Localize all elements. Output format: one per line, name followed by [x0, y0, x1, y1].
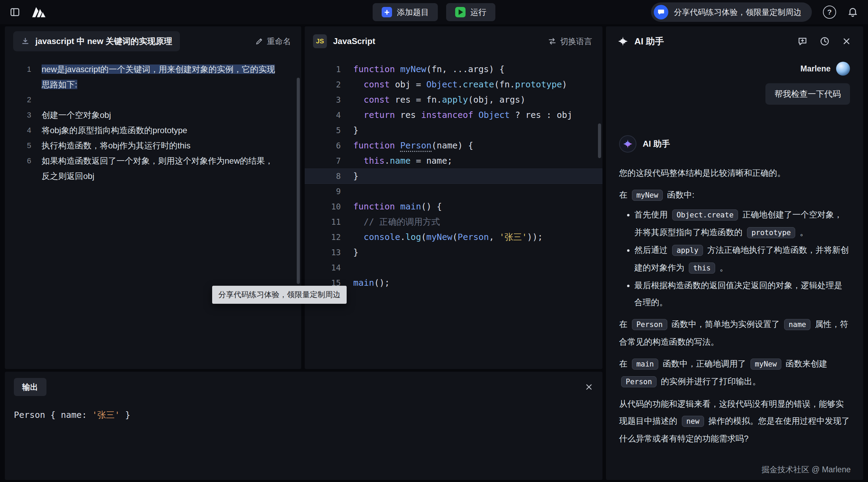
problem-line-number: 5: [5, 138, 42, 153]
code-line-content: // 正确的调用方式: [353, 214, 602, 230]
ai-paragraph: 从代码的功能和逻辑来看，这段代码没有明显的错误，能够实现题目中描述的 new 操…: [619, 395, 850, 447]
code-line[interactable]: 1function myNew(fn, ...args) {: [305, 62, 602, 77]
code-line[interactable]: 7 this.name = name;: [305, 153, 602, 169]
code-line[interactable]: 10function main() {: [305, 199, 602, 214]
output-close-button[interactable]: [584, 382, 593, 391]
history-button[interactable]: [819, 36, 830, 46]
share-tooltip: 分享代码练习体验，领限量定制周边: [212, 286, 347, 304]
code-line[interactable]: 11 // 正确的调用方式: [305, 214, 602, 230]
editor-panel: JS JavaScript 切换语言 1function myNew(fn, .…: [305, 26, 602, 369]
inline-code: Person: [621, 376, 657, 387]
code-line[interactable]: 9: [305, 184, 602, 199]
notifications-button[interactable]: [847, 7, 858, 18]
ai-bullet-list: 首先使用 Object.create 正确地创建了一个空对象，并将其原型指向了构…: [619, 206, 850, 311]
code-token: .: [384, 156, 390, 166]
code-line-number: 3: [305, 92, 353, 107]
code-line[interactable]: 2 const obj = Object.create(fn.prototype…: [305, 77, 602, 92]
problem-line[interactable]: 2: [5, 92, 301, 107]
code-line-number: 11: [305, 214, 353, 230]
problem-scrollbar[interactable]: [297, 78, 300, 284]
run-button[interactable]: 运行: [446, 3, 495, 21]
code-line-number: 9: [305, 184, 353, 199]
code-token: myNew: [400, 64, 426, 74]
code-token: const: [364, 79, 390, 89]
inline-code: myNew: [750, 359, 781, 370]
code-token: [353, 217, 364, 227]
inline-code: Person: [632, 319, 667, 330]
code-token: function: [353, 140, 395, 150]
inline-code: new: [682, 416, 704, 427]
problem-line[interactable]: 3创建一个空对象obj: [5, 107, 301, 123]
problem-line-text: new是javascript的一个关键词，用来创建对象的实例，它的实现思路如下:: [42, 62, 301, 92]
code-token: log: [406, 232, 421, 242]
new-conversation-button[interactable]: [797, 36, 808, 46]
code-token: res = fn.: [390, 95, 442, 105]
play-icon: [455, 7, 466, 17]
code-line-number: 5: [305, 123, 353, 138]
close-icon: [584, 382, 593, 391]
help-button[interactable]: ?: [823, 6, 836, 19]
code-token: res: [395, 110, 421, 120]
code-token: [395, 140, 400, 150]
code-line[interactable]: 15main();: [305, 275, 602, 291]
code-token: Object: [478, 110, 510, 120]
code-token: main: [353, 278, 374, 288]
code-line-content: main();: [353, 275, 602, 291]
problem-line-text: 执行构造函数，将obj作为其运行时的this: [42, 138, 301, 153]
code-line[interactable]: 13}: [305, 245, 602, 260]
javascript-badge-icon: JS: [313, 34, 327, 48]
code-line[interactable]: 8}: [305, 169, 602, 184]
problem-line-content: 执行构造函数，将obj作为其运行时的this: [42, 141, 190, 150]
output-token: '张三': [92, 410, 120, 420]
user-name: Marlene: [800, 64, 831, 74]
add-question-button[interactable]: + 添加题目: [373, 3, 438, 21]
code-token: function: [353, 64, 395, 74]
problem-line-number: 3: [5, 107, 42, 123]
code-token: ));: [527, 232, 543, 242]
problem-title-tab[interactable]: javascript 中 new 关键词的实现原理: [13, 31, 180, 51]
problem-line[interactable]: 6如果构造函数返回了一个对象，则用这个对象作为new的结果，反之则返回obj: [5, 153, 301, 184]
code-token: this: [364, 156, 384, 166]
code-line[interactable]: 14: [305, 260, 602, 275]
problem-line[interactable]: 1new是javascript的一个关键词，用来创建对象的实例，它的实现思路如下…: [5, 62, 301, 92]
topbar: + 添加题目 运行 分享代码练习体验，领限量定制周边 ?: [0, 0, 868, 24]
code-line[interactable]: 5}: [305, 123, 602, 138]
output-token: Person { name:: [14, 410, 92, 420]
problem-line[interactable]: 5执行构造函数，将obj作为其运行时的this: [5, 138, 301, 153]
code-token: const: [364, 95, 390, 105]
code-line-number: 8: [305, 169, 353, 184]
code-token: [473, 110, 478, 120]
code-line[interactable]: 6function Person(name) {: [305, 138, 602, 153]
inline-code: Object.create: [672, 209, 738, 221]
code-token: [395, 201, 400, 212]
code-line[interactable]: 3 const res = fn.apply(obj, args): [305, 92, 602, 107]
code-line[interactable]: 12 console.log(myNew(Person, '张三'));: [305, 230, 602, 245]
watermark: 掘金技术社区 @ Marlene: [762, 464, 851, 475]
ai-panel-close-button[interactable]: [842, 36, 851, 46]
sidebar-toggle-button[interactable]: [10, 7, 20, 17]
code-token: Person: [458, 232, 489, 242]
code-line[interactable]: 4 return res instanceof Object ? res : o…: [305, 107, 602, 123]
app-root: + 添加题目 运行 分享代码练习体验，领限量定制周边 ?: [0, 0, 868, 482]
history-clock-icon: [819, 36, 830, 46]
code-token: (: [452, 232, 458, 242]
plus-icon: +: [382, 7, 392, 17]
problem-line[interactable]: 4将obj象的原型指向构造函数的prototype: [5, 123, 301, 138]
inline-code: main: [632, 359, 659, 370]
share-campaign-pill[interactable]: 分享代码练习体验，领限量定制周边: [651, 2, 812, 22]
code-line-number: 6: [305, 138, 353, 153]
ai-panel-title: AI 助手: [634, 35, 664, 48]
ai-response-blocks: 您的这段代码整体结构是比较清晰和正确的。在 myNew 函数中:首先使用 Obj…: [619, 160, 850, 447]
rename-button[interactable]: 重命名: [253, 36, 293, 47]
ai-bullet-item: 然后通过 apply 方法正确地执行了构造函数，并将新创建的对象作为 this …: [634, 241, 850, 277]
code-token: function: [353, 201, 395, 212]
switch-language-button[interactable]: 切换语言: [546, 36, 594, 47]
panel-layout-icon: [10, 7, 20, 17]
code-line-content: console.log(myNew(Person, '张三'));: [353, 230, 602, 245]
editor-scrollbar[interactable]: [598, 123, 601, 158]
code-token: create: [463, 79, 494, 89]
code-token: (fn.: [494, 79, 515, 89]
user-avatar[interactable]: [836, 62, 850, 76]
app-logo[interactable]: [31, 6, 47, 18]
output-tab[interactable]: 输出: [14, 378, 46, 396]
